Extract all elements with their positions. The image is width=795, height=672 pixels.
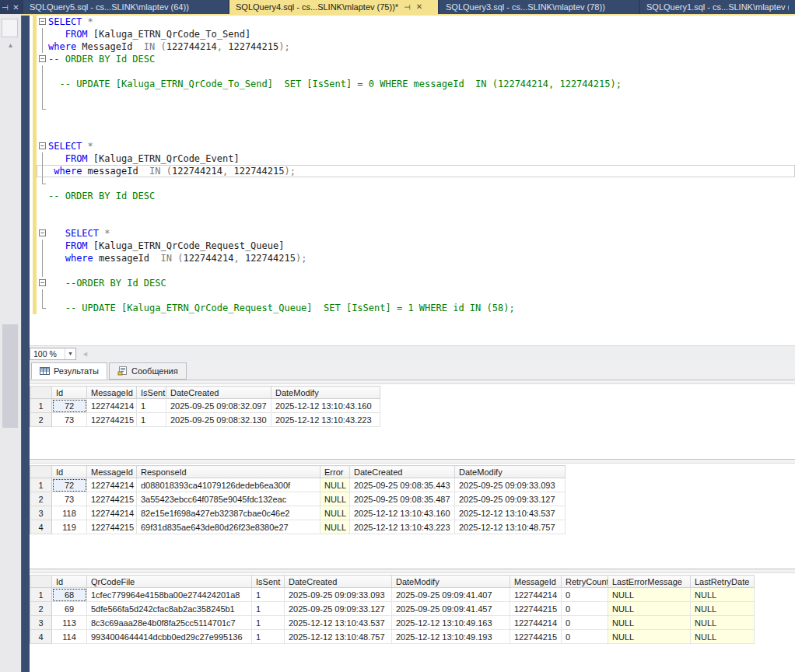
code-line[interactable] <box>30 177 795 190</box>
grid-cell[interactable]: 118 <box>52 506 87 520</box>
close-icon[interactable]: ✕ <box>416 3 422 11</box>
code-editor[interactable]: −SELECT * FROM [Kaluga_ETRN_QrCode_To_Se… <box>30 16 795 345</box>
grid-column-header[interactable]: Id <box>52 466 87 478</box>
grid-cell[interactable]: 2025-12-12 13:10:43.223 <box>271 413 380 427</box>
grid-cell[interactable]: 2025-09-25 09:08:32.130 <box>166 413 271 427</box>
grid-cell[interactable]: 72 <box>52 478 87 492</box>
chevron-down-icon[interactable]: ▼ <box>65 348 75 359</box>
grid-column-header[interactable]: IsSent <box>137 387 166 399</box>
grid-column-header[interactable]: DateCreated <box>285 576 392 588</box>
grid-cell[interactable]: 113 <box>52 616 87 630</box>
grid-cell[interactable]: 1 <box>137 413 166 427</box>
grid-cell[interactable]: 0 <box>562 588 608 602</box>
grid-cell[interactable]: 1cfec779964e4158ba00e274424201a8 <box>87 588 252 602</box>
grid-cell[interactable]: 8c3c69aaa28e4b0f8fa25cc5114701c7 <box>87 616 252 630</box>
code-line[interactable]: where MessageId IN (122744214, 122744215… <box>30 40 795 53</box>
fold-collapse-icon[interactable]: − <box>37 277 48 289</box>
code-line[interactable]: −SELECT * <box>30 140 795 152</box>
grid-column-header[interactable]: QrCodeFile <box>87 576 252 588</box>
grid-cell[interactable]: 1 <box>137 399 166 413</box>
document-tab-1[interactable]: SQLQuery5.sql - cs...SLINK\mlaptev (64)) <box>23 0 228 14</box>
grid-cell[interactable]: 122744215 <box>87 413 137 427</box>
code-line[interactable]: -- UPDATE [Kaluga_ETRN_QrCode_Request_Qu… <box>30 302 795 314</box>
grid-column-header[interactable]: RetryCount <box>562 576 608 588</box>
grid-cell[interactable]: 2025-12-12 13:10:43.537 <box>285 616 392 630</box>
grid-row-header[interactable]: 1 <box>30 588 52 602</box>
grid-row-header[interactable]: 1 <box>30 478 52 492</box>
fold-collapse-icon[interactable]: − <box>37 227 48 240</box>
grid-column-header[interactable]: ResponseId <box>137 466 320 478</box>
grid-cell[interactable]: NULL <box>320 492 350 506</box>
grid-cell[interactable]: NULL <box>320 520 350 534</box>
grid-splitter[interactable] <box>30 459 795 464</box>
grid-cell[interactable]: NULL <box>691 602 755 616</box>
grid-column-header[interactable]: LastErrorMessage <box>608 576 691 588</box>
code-line[interactable] <box>30 264 795 277</box>
grid-column-header[interactable]: MessageId <box>510 576 562 588</box>
grid-row-header[interactable]: 1 <box>30 399 52 413</box>
grid-cell[interactable]: NULL <box>608 630 691 644</box>
fold-collapse-icon[interactable]: − <box>37 140 48 152</box>
grid-cell[interactable]: 68 <box>52 588 87 602</box>
grid-cell[interactable]: 2025-12-12 13:10:43.160 <box>350 506 455 520</box>
grid-row-header[interactable]: 3 <box>30 616 52 630</box>
grid-cell[interactable]: 3a55423ebcc64f0785e9045fdc132eac <box>137 492 320 506</box>
grid-corner-header[interactable] <box>30 576 52 588</box>
code-line[interactable]: where messageId IN (122744214, 122744215… <box>30 165 795 177</box>
grid-cell[interactable]: NULL <box>320 478 350 492</box>
code-line[interactable]: FROM [Kaluga_ETRN_QrCode_Event] <box>30 152 795 165</box>
grid-cell[interactable]: 0 <box>562 630 608 644</box>
code-line[interactable]: where messageId IN (122744214, 122744215… <box>30 252 795 264</box>
code-line[interactable]: FROM [Kaluga_ETRN_QrCode_To_Send] <box>30 28 795 40</box>
grid-cell[interactable]: 2025-09-25 09:09:41.407 <box>392 588 510 602</box>
grid-cell[interactable]: 2025-09-25 09:08:35.443 <box>350 478 455 492</box>
grid-cell[interactable]: NULL <box>691 588 755 602</box>
code-line[interactable]: -- ORDER BY Id DESC <box>30 190 795 202</box>
grid-cell[interactable]: 122744215 <box>87 492 137 506</box>
code-line[interactable]: FROM [Kaluga_ETRN_QrCode_Request_Queue] <box>30 240 795 252</box>
grid-cell[interactable]: 2025-09-25 09:09:41.457 <box>392 602 510 616</box>
grid-cell[interactable]: 2025-12-12 13:10:49.163 <box>392 616 510 630</box>
grid-cell[interactable]: 69f31d835ae643de80d26f23e8380e27 <box>137 520 320 534</box>
grid-cell[interactable]: d088018393ca41079126dedeb6ea300f <box>137 478 320 492</box>
code-line[interactable] <box>30 115 795 128</box>
grid-splitter[interactable] <box>30 569 795 573</box>
panel-close-icon[interactable]: ✕ <box>12 3 19 12</box>
grid-corner-header[interactable] <box>30 466 52 478</box>
grid-column-header[interactable]: DateCreated <box>166 387 271 399</box>
grid-cell[interactable]: 0 <box>562 602 608 616</box>
grid-cell[interactable]: 69 <box>52 602 87 616</box>
grid-column-header[interactable]: MessageId <box>87 466 137 478</box>
code-line[interactable] <box>30 65 795 78</box>
code-line[interactable]: − --ORDER BY Id DESC <box>30 277 795 289</box>
document-tab-4[interactable]: SQLQuery1.sql - cs...SLINK\mlaptev ( <box>640 0 795 14</box>
grid-cell[interactable]: 82e15e1f698a427eb32387cbae0c46e2 <box>137 506 320 520</box>
grid-splitter[interactable] <box>30 380 795 384</box>
grid-row-header[interactable]: 2 <box>30 413 52 427</box>
grid-column-header[interactable]: DateCreated <box>350 466 455 478</box>
grid-cell[interactable]: NULL <box>691 630 755 644</box>
grid-column-header[interactable]: DateModify <box>392 576 510 588</box>
grid-cell[interactable]: NULL <box>608 602 691 616</box>
grid-cell[interactable]: 122744215 <box>510 630 562 644</box>
grid-cell[interactable]: 73 <box>52 413 87 427</box>
grid-row-header[interactable]: 4 <box>30 520 52 534</box>
grid-cell[interactable]: 5dfe566fa5d242cfac8ab2ac358245b1 <box>87 602 252 616</box>
grid-column-header[interactable]: Error <box>320 466 350 478</box>
code-line[interactable] <box>30 90 795 103</box>
grid-cell[interactable]: 122744214 <box>510 616 562 630</box>
grid-row-header[interactable]: 2 <box>30 602 52 616</box>
grid-cell[interactable]: 122744214 <box>510 588 562 602</box>
grid-column-header[interactable]: MessageId <box>87 387 137 399</box>
grid-cell[interactable]: 1 <box>252 630 285 644</box>
grid-cell[interactable]: 122744215 <box>510 602 562 616</box>
grid-column-header[interactable]: DateModify <box>455 466 566 478</box>
scrollbar-thumb[interactable] <box>2 324 18 428</box>
grid-column-header[interactable]: Id <box>52 576 87 588</box>
grid-cell[interactable]: NULL <box>608 616 691 630</box>
grid-cell[interactable]: 122744214 <box>87 506 137 520</box>
grid-column-header[interactable]: IsSent <box>252 576 285 588</box>
grid-cell[interactable]: 114 <box>52 630 87 644</box>
grid-cell[interactable]: 2025-09-25 09:09:33.127 <box>455 492 566 506</box>
grid-cell[interactable]: 2025-09-25 09:09:33.127 <box>285 602 392 616</box>
